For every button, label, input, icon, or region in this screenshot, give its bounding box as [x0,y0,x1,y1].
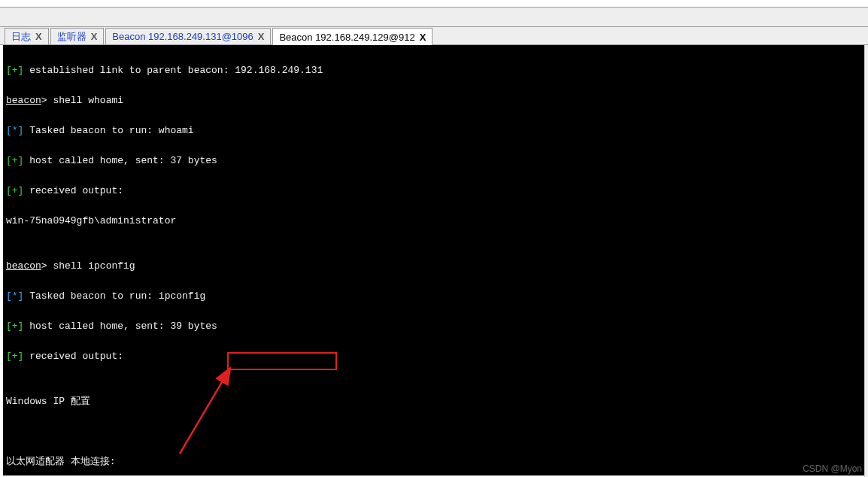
tab-logs[interactable]: 日志 X [5,28,49,44]
tab-listeners[interactable]: 监听器 X [50,28,105,44]
output-line: [+] established link to parent beacon: 1… [6,63,864,78]
close-icon[interactable]: X [258,31,265,42]
close-icon[interactable]: X [420,32,426,43]
tab-label: 日志 [11,30,31,44]
prompt-line: beacon> shell ipconfig [6,259,864,274]
vertical-scrollbar[interactable] [864,45,868,477]
close-icon[interactable]: X [35,31,42,42]
beacon-prompt: beacon [6,95,41,106]
status-plus-icon: [+] [6,321,23,332]
tab-beacon-131[interactable]: Beacon 192.168.249.131@1096 X [105,28,271,44]
close-icon[interactable]: X [91,31,98,42]
output-line: win-75na0949gfb\administrator [6,214,864,229]
status-plus-icon: [+] [6,155,23,166]
output-line: [+] host called home, sent: 37 bytes [6,153,864,169]
toolbar-area [0,8,868,27]
output-line: [+] received output: [6,349,864,364]
beacon-terminal[interactable]: [+] established link to parent beacon: 1… [3,45,867,475]
status-plus-icon: [+] [6,185,23,196]
tab-label: Beacon 192.168.249.131@1096 [112,31,253,42]
prompt-line: beacon> shell whoami [6,93,864,108]
tab-beacon-129[interactable]: Beacon 192.168.249.129@912 X [272,28,432,45]
tab-strip: 日志 X 监听器 X Beacon 192.168.249.131@1096 X… [0,27,868,45]
output-line: 以太网适配器 本地连接: [6,454,864,469]
output-line: Windows IP 配置 [6,394,864,409]
output-line: [*] Tasked beacon to run: whoami [6,123,864,138]
window-top-border [0,0,868,8]
tab-label: 监听器 [57,30,86,44]
status-star-icon: [*] [6,290,23,302]
status-plus-icon: [+] [6,65,23,76]
beacon-prompt: beacon [6,260,41,272]
output-line: [+] received output: [6,184,864,199]
output-line: [+] host called home, sent: 39 bytes [6,319,864,334]
status-plus-icon: [+] [6,351,23,362]
output-line: [*] Tasked beacon to run: ipconfig [6,289,864,304]
tab-label: Beacon 192.168.249.129@912 [279,32,414,43]
status-star-icon: [*] [6,125,23,136]
